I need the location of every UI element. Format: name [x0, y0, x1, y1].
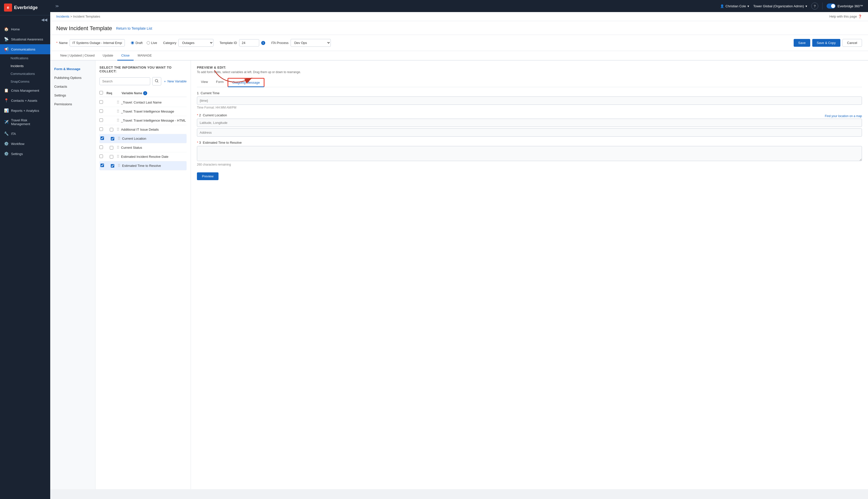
- sidebar-subitem-incidents[interactable]: Incidents: [0, 62, 50, 70]
- breadcrumb: Incidents > Incident Templates: [56, 15, 100, 19]
- category-select[interactable]: Outages: [178, 39, 213, 47]
- main-area: ≫ 👤 Christian Cole ▾ Tower Global (Organ…: [50, 0, 868, 499]
- sidebar-item-communications[interactable]: 📢 Communications: [0, 44, 50, 54]
- drag-handle-icon[interactable]: ⠿: [117, 163, 121, 168]
- sidebar-item-workflow[interactable]: ⚙️ Workflow: [0, 139, 50, 149]
- variable-checkbox[interactable]: [99, 109, 103, 113]
- variable-checkbox[interactable]: [99, 118, 103, 122]
- ita-process-select[interactable]: Dev Ops: [290, 39, 331, 47]
- org-chevron-icon: ▾: [805, 4, 807, 8]
- toggle-knob: [831, 4, 835, 8]
- name-input[interactable]: [70, 39, 125, 47]
- variable-name: Additional IT Issue Details: [121, 127, 187, 131]
- sidebar-item-label: Contacts + Assets: [11, 99, 37, 102]
- sidebar-item-travel-risk[interactable]: ✈️ Travel Risk Management: [0, 115, 50, 129]
- org-menu[interactable]: Tower Global (Organization Admin) ▾: [753, 4, 807, 8]
- field-number: 3: [199, 141, 201, 145]
- sidebar-item-home[interactable]: 🏠 Home: [0, 24, 50, 34]
- form-nav-form-message[interactable]: Form & Message: [50, 64, 95, 73]
- select-all-checkbox[interactable]: [99, 91, 103, 95]
- breadcrumb-parent[interactable]: Incidents: [56, 15, 69, 19]
- user-menu[interactable]: 👤 Christian Cole ▾: [720, 4, 749, 8]
- toggle-switch[interactable]: [827, 3, 835, 9]
- return-to-template-link[interactable]: Return to Template List: [116, 26, 152, 31]
- help-button[interactable]: ?: [811, 2, 818, 10]
- drag-handle-icon[interactable]: ⠿: [117, 136, 121, 141]
- variable-row: ⠿ Additional IT Issue Details: [99, 125, 187, 134]
- save-button[interactable]: Save: [794, 39, 810, 47]
- variable-name-info-icon[interactable]: i: [143, 91, 147, 95]
- tab-new-updated-closed[interactable]: New | Updated | Closed: [56, 51, 99, 61]
- help-link[interactable]: Help with this page ❓: [829, 15, 862, 19]
- sidebar-subitem-notifications[interactable]: Notifications: [0, 54, 50, 62]
- estimated-time-textarea[interactable]: [197, 146, 862, 161]
- sidebar-collapse-btn[interactable]: ◀◀: [0, 15, 50, 24]
- live-radio[interactable]: [147, 41, 150, 45]
- form-nav-permissions[interactable]: Permissions: [50, 100, 95, 109]
- req-checkbox[interactable]: [111, 137, 114, 141]
- template-id-input[interactable]: [239, 39, 259, 47]
- sidebar-subitem-snapcomms[interactable]: SnapComms: [0, 78, 50, 85]
- live-radio-label[interactable]: Live: [147, 41, 157, 45]
- toggle-360[interactable]: Everbridge 360™: [827, 3, 863, 9]
- search-input[interactable]: [99, 77, 150, 85]
- search-button[interactable]: [152, 77, 161, 85]
- drag-handle-icon[interactable]: ⠿: [116, 118, 120, 123]
- sidebar-item-situational-awareness[interactable]: 📡 Situational Awareness: [0, 34, 50, 44]
- drag-handle-icon[interactable]: ⠿: [116, 127, 120, 132]
- time-format-hint: Time Format: HH:MM AM/PM: [197, 106, 862, 109]
- variable-checkbox[interactable]: [100, 163, 104, 167]
- tab-close[interactable]: Close: [117, 51, 134, 61]
- tabs-bar: New | Updated | Closed Update Close MANA…: [50, 51, 868, 61]
- preview-tab-form[interactable]: Form: [212, 78, 227, 87]
- template-id-info-icon[interactable]: i: [261, 41, 265, 45]
- form-nav-settings[interactable]: Settings: [50, 91, 95, 100]
- req-checkbox[interactable]: [110, 128, 113, 131]
- preview-button[interactable]: Preview: [197, 172, 219, 180]
- search-icon: [155, 79, 159, 83]
- lat-lon-input[interactable]: [197, 119, 862, 127]
- collapse-icon[interactable]: ◀◀: [41, 17, 47, 22]
- sidebar-subitem-communications[interactable]: Communications: [0, 70, 50, 78]
- variable-checkbox[interactable]: [99, 145, 103, 149]
- draft-radio-label[interactable]: Draft: [131, 41, 142, 45]
- drag-handle-icon[interactable]: ⠿: [116, 100, 120, 105]
- variable-checkbox[interactable]: [100, 136, 104, 140]
- drag-handle-icon[interactable]: ⠿: [116, 145, 120, 150]
- draft-radio[interactable]: [131, 41, 134, 45]
- expand-icon[interactable]: ≫: [55, 4, 59, 8]
- req-checkbox[interactable]: [110, 146, 113, 149]
- tab-manage[interactable]: MANAGE: [134, 51, 156, 61]
- cancel-button[interactable]: Cancel: [842, 39, 862, 47]
- page-title: New Incident Template: [56, 25, 112, 32]
- variable-checkbox[interactable]: [99, 155, 103, 158]
- live-label: Live: [151, 41, 157, 45]
- status-radio-group: Draft Live: [131, 41, 157, 45]
- settings-icon: ⚙️: [4, 151, 9, 156]
- current-time-input[interactable]: [197, 97, 862, 105]
- required-star: *: [197, 141, 199, 145]
- field-label: * 2 Current Location: [197, 113, 227, 117]
- variable-checkbox[interactable]: [99, 127, 103, 131]
- preview-tab-view[interactable]: View: [197, 78, 212, 87]
- preview-tab-outgoing[interactable]: Outgoing Message: [227, 78, 264, 87]
- sidebar-item-settings[interactable]: ⚙️ Settings: [0, 149, 50, 159]
- form-nav-publishing[interactable]: Publishing Options: [50, 73, 95, 82]
- req-checkbox[interactable]: [110, 155, 113, 159]
- breadcrumb-bar: Incidents > Incident Templates Help with…: [50, 12, 868, 21]
- address-input[interactable]: [197, 129, 862, 137]
- form-actions: Save Save & Copy Cancel: [794, 39, 862, 47]
- save-copy-button[interactable]: Save & Copy: [812, 39, 840, 47]
- find-location-link[interactable]: Find your location on a map: [825, 114, 862, 118]
- new-variable-button[interactable]: ＋ New Variable: [163, 79, 187, 84]
- drag-handle-icon[interactable]: ⠿: [116, 109, 120, 114]
- tab-update[interactable]: Update: [99, 51, 117, 61]
- sidebar-item-reports-analytics[interactable]: 📊 Reports + Analytics: [0, 106, 50, 115]
- sidebar-item-crisis-management[interactable]: 📋 Crisis Management: [0, 85, 50, 96]
- sidebar-item-contacts-assets[interactable]: 📍 Contacts + Assets: [0, 96, 50, 106]
- req-checkbox[interactable]: [111, 164, 114, 168]
- sidebar-item-ita[interactable]: 🔧 ITA: [0, 129, 50, 139]
- drag-handle-icon[interactable]: ⠿: [116, 154, 120, 159]
- form-nav-contacts[interactable]: Contacts: [50, 82, 95, 91]
- variable-checkbox[interactable]: [99, 100, 103, 104]
